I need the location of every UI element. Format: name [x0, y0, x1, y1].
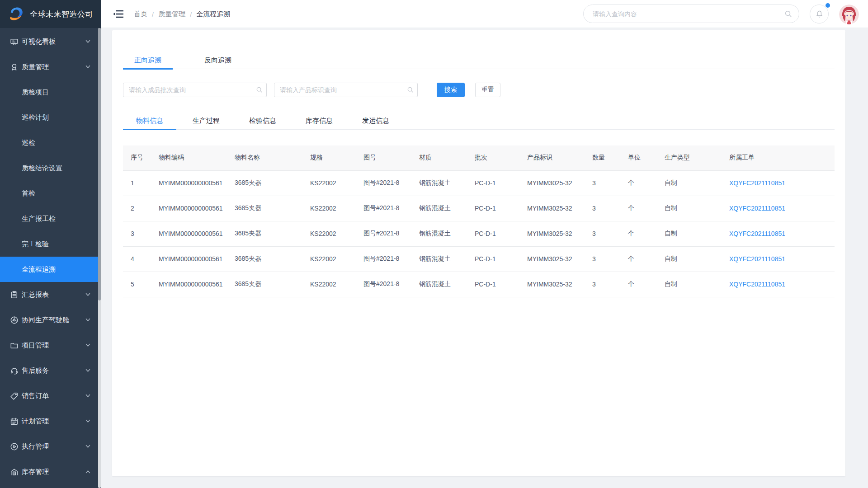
quality-badge-icon: [10, 63, 19, 71]
sidebar-item-0-group[interactable]: 可视化看板: [0, 29, 101, 54]
filter-row: 搜索 重置: [123, 83, 835, 97]
cell-4-9: 个: [620, 272, 657, 297]
cell-0-5: 钢筋混凝土: [411, 170, 467, 196]
sidebar-item-3-sub[interactable]: 巡检计划: [0, 105, 101, 130]
chevron-up-icon: [85, 470, 90, 474]
sidebar-item-17-group[interactable]: 库存管理: [0, 459, 101, 484]
cell-2-10: 自制: [657, 221, 722, 246]
cell-2-4: 图号#2021-8: [356, 221, 411, 246]
notification-badge: [826, 3, 830, 8]
sidebar-item-16-group[interactable]: 执行管理: [0, 434, 101, 459]
cell-0-3: KS22002: [302, 170, 356, 196]
cell-0-7: MYIMM3025-32: [519, 170, 585, 196]
sidebar-item-13-group[interactable]: 售后服务: [0, 358, 101, 383]
work-order-link[interactable]: XQYFC2021110851: [729, 281, 785, 288]
sidebar-item-label: 汇总报表: [0, 291, 49, 299]
sidebar-item-7-sub[interactable]: 生产报工检: [0, 206, 101, 231]
cell-3-5: 钢筋混凝土: [411, 246, 467, 272]
product-id-search-input[interactable]: [274, 83, 418, 97]
tab-info-1[interactable]: 生产过程: [179, 112, 233, 130]
sidebar-item-label: 全流程追溯: [0, 265, 56, 274]
work-order-link[interactable]: XQYFC2021110851: [729, 205, 785, 212]
breadcrumb-item-0[interactable]: 首页: [134, 10, 147, 19]
sidebar-scrollbar-thumb[interactable]: [98, 28, 101, 300]
table-header-row: 序号物料编码物料名称规格图号材质批次产品标识数量单位生产类型所属工单: [123, 145, 835, 170]
sidebar-item-label: 完工检验: [0, 240, 49, 249]
chevron-down-icon: [85, 394, 90, 398]
cell-3-8: 3: [585, 246, 620, 272]
chevron-down-icon: [85, 40, 90, 43]
cell-4-0: 5: [123, 272, 151, 297]
cell-4-11: XQYFC2021110851: [722, 272, 835, 297]
tab-info-2[interactable]: 检验信息: [236, 112, 289, 130]
column-header-3: 规格: [302, 145, 356, 170]
sidebar-item-label: 质量管理: [0, 63, 49, 71]
chevron-down-icon: [85, 65, 90, 69]
global-search: [583, 5, 799, 23]
table-row-4: 5MYIMM0000000005613685夹器KS22002图号#2021-8…: [123, 272, 835, 297]
topbar: 首页/质量管理/全流程追溯: [101, 0, 868, 28]
cell-2-8: 3: [585, 221, 620, 246]
sidebar-item-1-group[interactable]: 质量管理: [0, 54, 101, 80]
sidebar-item-5-sub[interactable]: 质检结论设置: [0, 155, 101, 181]
logo-bar[interactable]: 全球未来智造公司: [0, 0, 101, 28]
chevron-down-icon: [85, 369, 90, 372]
sidebar-item-14-group[interactable]: 销售订单: [0, 383, 101, 408]
search-button[interactable]: 搜索: [437, 83, 465, 97]
sidebar-item-10-group[interactable]: 汇总报表: [0, 282, 101, 307]
column-header-4: 图号: [356, 145, 411, 170]
cell-4-2: 3685夹器: [227, 272, 302, 297]
sidebar-item-11-group[interactable]: 协同生产驾驶舱: [0, 307, 101, 333]
sidebar-item-15-group[interactable]: 计划管理: [0, 408, 101, 434]
sidebar-item-label: 库存管理: [0, 468, 49, 476]
work-order-link[interactable]: XQYFC2021110851: [729, 179, 785, 187]
column-header-10: 生产类型: [657, 145, 722, 170]
sidebar-item-9-sub[interactable]: 全流程追溯: [0, 257, 101, 282]
cell-0-10: 自制: [657, 170, 722, 196]
breadcrumb-item-1[interactable]: 质量管理: [158, 10, 185, 19]
sidebar-item-label: 执行管理: [0, 442, 49, 451]
sidebar-item-label: 质检项目: [0, 88, 49, 97]
info-category-tabs: 物料信息生产过程检验信息库存信息发运信息: [123, 112, 835, 130]
cell-0-0: 1: [123, 170, 151, 196]
column-header-6: 批次: [467, 145, 519, 170]
collapse-menu-icon[interactable]: [113, 9, 124, 19]
sidebar-menu: 可视化看板质量管理质检项目巡检计划巡检质检结论设置首检生产报工检完工检验全流程追…: [0, 28, 101, 484]
tab-trace-0[interactable]: 正向追溯: [123, 51, 173, 69]
sidebar-item-4-sub[interactable]: 巡检: [0, 130, 101, 155]
user-avatar[interactable]: [839, 5, 859, 24]
cell-2-3: KS22002: [302, 221, 356, 246]
tab-info-0[interactable]: 物料信息: [123, 112, 176, 130]
work-order-link[interactable]: XQYFC2021110851: [729, 255, 785, 263]
cell-2-7: MYIMM3025-32: [519, 221, 585, 246]
cell-0-8: 3: [585, 170, 620, 196]
table-row-1: 2MYIMM0000000005613685夹器KS22002图号#2021-8…: [123, 196, 835, 221]
notifications-button[interactable]: [810, 5, 829, 23]
trace-direction-tabs: 正向追溯反向追溯: [123, 51, 835, 69]
cell-1-10: 自制: [657, 196, 722, 221]
sidebar-item-8-sub[interactable]: 完工检验: [0, 231, 101, 257]
product-id-search-field: [274, 83, 418, 97]
table-row-0: 1MYIMM0000000005613685夹器KS22002图号#2021-8…: [123, 170, 835, 196]
calendar-icon: [10, 417, 19, 426]
cell-0-2: 3685夹器: [227, 170, 302, 196]
sidebar-item-12-group[interactable]: 项目管理: [0, 333, 101, 358]
global-search-input[interactable]: [583, 5, 799, 23]
tab-trace-1[interactable]: 反向追溯: [193, 51, 243, 69]
sidebar-item-label: 质检结论设置: [0, 164, 62, 173]
chevron-down-icon: [85, 419, 90, 423]
cell-2-1: MYIMM000000000561: [151, 221, 227, 246]
sidebar-item-6-sub[interactable]: 首检: [0, 181, 101, 206]
batch-search-input[interactable]: [123, 83, 267, 97]
tab-info-4[interactable]: 发运信息: [349, 112, 402, 130]
warehouse-icon: [10, 468, 19, 476]
sidebar: 全球未来智造公司 可视化看板质量管理质检项目巡检计划巡检质检结论设置首检生产报工…: [0, 0, 101, 488]
sidebar-scrollbar[interactable]: [98, 28, 101, 488]
cell-1-11: XQYFC2021110851: [722, 196, 835, 221]
reset-button[interactable]: 重置: [475, 83, 500, 97]
sidebar-item-2-sub[interactable]: 质检项目: [0, 80, 101, 105]
work-order-link[interactable]: XQYFC2021110851: [729, 230, 785, 237]
tab-info-3[interactable]: 库存信息: [292, 112, 346, 130]
column-header-7: 产品标识: [519, 145, 585, 170]
search-icon[interactable]: [784, 10, 792, 18]
